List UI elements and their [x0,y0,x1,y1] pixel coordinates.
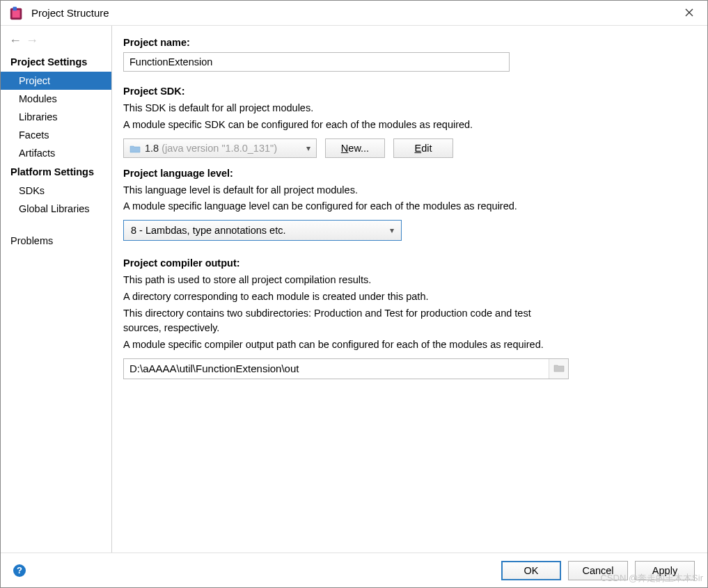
new-sdk-button[interactable]: NNew...ew... [325,138,385,158]
section-platform-settings: Platform Settings [1,162,111,182]
sidebar-item-project[interactable]: Project [1,72,111,90]
sidebar-item-label: Libraries [19,111,58,122]
sdk-description-1: This SDK is default for all project modu… [123,101,693,116]
sidebar-item-label: Project [19,75,50,86]
compiler-output-label: Project compiler output: [123,257,693,269]
sdk-value: 1.8 [145,143,159,154]
project-sdk-label: Project SDK: [123,86,693,97]
project-name-label: Project name: [123,37,693,48]
svg-rect-2 [13,6,17,10]
folder-icon [129,144,141,152]
out-description-4: A module specific compiler output path c… [123,337,569,353]
footer: ? OK Cancel Apply [1,553,707,587]
project-name-input[interactable] [123,52,510,72]
edit-sdk-button[interactable]: EditEdit [393,138,453,158]
sidebar-item-label: Artifacts [19,148,55,159]
sidebar-item-artifacts[interactable]: Artifacts [1,144,111,162]
lang-description-2: A module specific language level can be … [123,199,693,214]
app-icon [9,6,24,21]
window-title: Project Structure [31,7,679,19]
svg-rect-1 [13,10,20,17]
cancel-button[interactable]: Cancel [568,561,628,580]
titlebar: Project Structure [1,1,707,26]
sdk-description-2: A module specific SDK can be configured … [123,118,693,133]
project-sdk-dropdown[interactable]: 1.8 (java version "1.8.0_131") ▾ [123,138,317,158]
sidebar-item-label: SDKs [19,185,45,196]
sidebar-item-modules[interactable]: Modules [1,90,111,108]
out-description-1: This path is used to store all project c… [123,273,693,288]
out-description-3: This directory contains two subdirectori… [123,306,569,337]
language-level-dropdown[interactable]: 8 - Lambdas, type annotations etc. ▾ [123,220,402,241]
chevron-down-icon: ▾ [390,225,394,235]
sidebar-item-problems[interactable]: Problems [1,232,111,250]
sidebar-item-facets[interactable]: Facets [1,126,111,144]
main-panel: Project name: Project SDK: This SDK is d… [112,26,707,553]
sidebar-item-global-libraries[interactable]: Global Libraries [1,200,111,218]
sidebar-item-label: Facets [19,129,49,141]
chevron-down-icon: ▾ [306,143,310,153]
language-level-value: 8 - Lambdas, type annotations etc. [131,225,285,236]
sidebar: ← → Project Settings Project Modules Lib… [1,26,112,553]
forward-icon: → [26,34,38,47]
out-description-2: A directory corresponding to each module… [123,289,693,305]
sdk-version-hint: (java version "1.8.0_131") [162,143,277,154]
section-project-settings: Project Settings [1,52,111,72]
project-structure-window: Project Structure ← → Project Settings P… [0,0,708,588]
sidebar-item-sdks[interactable]: SDKs [1,182,111,200]
folder-icon [553,363,565,374]
sidebar-item-label: Global Libraries [19,203,90,214]
ok-button[interactable]: OK [501,561,561,580]
back-icon[interactable]: ← [9,34,22,47]
lang-description-1: This language level is default for all p… [123,183,693,198]
close-icon[interactable] [679,4,699,22]
language-level-label: Project language level: [123,168,693,179]
sidebar-item-libraries[interactable]: Libraries [1,108,111,126]
browse-folder-button[interactable] [549,359,568,379]
compiler-output-input[interactable] [124,360,549,377]
sidebar-item-label: Problems [10,235,53,246]
apply-button[interactable]: Apply [635,561,695,580]
help-icon[interactable]: ? [13,564,26,577]
sidebar-item-label: Modules [19,93,57,104]
